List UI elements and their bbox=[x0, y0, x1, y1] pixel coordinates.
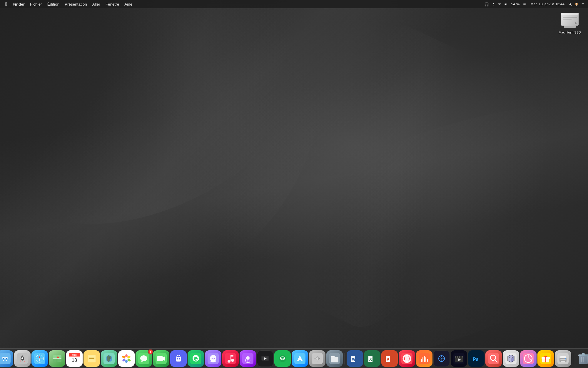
svg-rect-147 bbox=[560, 356, 566, 358]
headphones-icon[interactable]: 🎧 bbox=[484, 1, 489, 7]
volume-icon[interactable] bbox=[503, 1, 509, 7]
svg-point-8 bbox=[576, 3, 577, 4]
dock-item-maps[interactable] bbox=[49, 350, 65, 367]
datetime[interactable]: Mar. 18 janv. à 16:44 bbox=[529, 1, 566, 7]
svg-text:W: W bbox=[352, 357, 356, 362]
dock-item-capo[interactable] bbox=[416, 350, 432, 367]
svg-rect-110 bbox=[425, 357, 426, 362]
dock-item-music[interactable] bbox=[222, 350, 239, 367]
spotlight-search-icon[interactable] bbox=[567, 1, 573, 7]
menubar-finder[interactable]: Finder bbox=[10, 1, 27, 7]
svg-point-61 bbox=[125, 357, 128, 360]
svg-point-18 bbox=[575, 22, 577, 24]
svg-point-24 bbox=[6, 358, 7, 359]
dock-item-safari[interactable] bbox=[31, 350, 48, 367]
menubar-aller[interactable]: Aller bbox=[90, 1, 103, 7]
menubar-aide[interactable]: Aide bbox=[122, 1, 135, 7]
svg-rect-19 bbox=[564, 26, 576, 28]
dock-item-finder[interactable] bbox=[0, 350, 13, 367]
svg-point-26 bbox=[21, 357, 23, 359]
dock-item-virtualbox[interactable] bbox=[503, 350, 519, 367]
battery-percentage: 94 % bbox=[510, 1, 521, 7]
svg-rect-155 bbox=[582, 353, 585, 355]
dock-item-discord[interactable] bbox=[170, 350, 187, 367]
notification-center-icon[interactable] bbox=[580, 1, 586, 7]
svg-rect-79 bbox=[230, 355, 233, 357]
dock-container: MAR 18 bbox=[0, 348, 588, 368]
svg-text:P: P bbox=[387, 357, 389, 362]
svg-point-76 bbox=[228, 360, 230, 363]
menubar-fichier[interactable]: Fichier bbox=[27, 1, 45, 7]
menubar-fenetre[interactable]: Fenêtre bbox=[103, 1, 122, 7]
svg-rect-96 bbox=[331, 357, 338, 362]
dock-item-spotify[interactable] bbox=[274, 350, 291, 367]
menubar:  Finder Fichier Édition Présentation Al… bbox=[0, 0, 588, 8]
svg-point-53 bbox=[109, 356, 111, 359]
menubar-presentation[interactable]: Présentation bbox=[62, 1, 90, 7]
dock-item-appletv[interactable] bbox=[257, 350, 273, 367]
dock-item-trash[interactable] bbox=[575, 350, 588, 367]
dock-separator-2 bbox=[573, 353, 573, 364]
dock-item-powerpoint[interactable]: P bbox=[381, 350, 398, 367]
dock-item-launchpad[interactable] bbox=[14, 350, 31, 367]
battery-icon bbox=[522, 1, 527, 7]
svg-text:18: 18 bbox=[72, 358, 77, 363]
svg-text:MAR: MAR bbox=[72, 354, 77, 356]
svg-point-105 bbox=[405, 355, 409, 362]
macintosh-ssd-icon[interactable]: Macintosh SSD bbox=[557, 9, 582, 35]
svg-point-81 bbox=[246, 356, 250, 360]
dock-separator bbox=[345, 353, 345, 364]
dock-item-claquette[interactable] bbox=[451, 350, 467, 367]
dock-item-excel[interactable]: X bbox=[364, 350, 380, 367]
dock-item-worldmap[interactable] bbox=[101, 350, 117, 367]
user-avatar[interactable] bbox=[574, 1, 579, 7]
svg-rect-15 bbox=[561, 13, 579, 15]
svg-point-69 bbox=[177, 358, 178, 359]
dock-item-systemprefs[interactable] bbox=[309, 350, 325, 367]
svg-rect-107 bbox=[421, 359, 422, 362]
svg-point-94 bbox=[316, 357, 318, 360]
drive-icon-graphic bbox=[559, 10, 580, 29]
svg-rect-122 bbox=[458, 356, 459, 358]
dock-item-arc[interactable] bbox=[520, 350, 537, 367]
dock-item-messages[interactable]: 1 bbox=[136, 350, 152, 367]
dock-item-stickies[interactable] bbox=[83, 350, 100, 367]
svg-rect-66 bbox=[157, 356, 163, 361]
svg-rect-111 bbox=[427, 359, 428, 362]
dock-item-instastats[interactable] bbox=[537, 350, 554, 367]
svg-rect-121 bbox=[456, 356, 457, 358]
svg-rect-108 bbox=[422, 357, 423, 362]
desktop bbox=[0, 0, 588, 368]
dock-item-printer[interactable] bbox=[555, 350, 571, 367]
dock-item-calendar[interactable]: MAR 18 bbox=[66, 350, 83, 367]
bluetooth-icon[interactable] bbox=[490, 1, 496, 7]
menubar-edition[interactable]: Édition bbox=[45, 1, 62, 7]
dock-item-darkapp[interactable] bbox=[433, 350, 450, 367]
svg-point-115 bbox=[441, 358, 442, 359]
dock-item-whatsapp[interactable] bbox=[188, 350, 204, 367]
dock-item-finder2[interactable] bbox=[326, 350, 343, 367]
dock-item-opera[interactable] bbox=[399, 350, 415, 367]
svg-rect-4 bbox=[524, 4, 526, 4]
svg-rect-109 bbox=[424, 356, 425, 362]
apple-menu[interactable]:  bbox=[2, 1, 10, 7]
dock-item-appstore[interactable] bbox=[292, 350, 308, 367]
svg-rect-3 bbox=[526, 4, 526, 4]
dock-item-photoshop[interactable]: Ps bbox=[468, 350, 485, 367]
svg-point-70 bbox=[179, 358, 180, 359]
dock-item-podcasts[interactable] bbox=[240, 350, 256, 367]
svg-rect-17 bbox=[563, 19, 572, 20]
svg-rect-146 bbox=[560, 359, 566, 360]
wifi-icon[interactable] bbox=[497, 1, 502, 7]
drive-label: Macintosh SSD bbox=[559, 31, 581, 34]
dock-item-loupe[interactable] bbox=[485, 350, 502, 367]
dock: MAR 18 bbox=[0, 348, 588, 368]
svg-point-0 bbox=[499, 5, 500, 5]
svg-point-38 bbox=[57, 357, 59, 358]
dock-item-photos[interactable] bbox=[118, 350, 135, 367]
svg-marker-1 bbox=[505, 3, 506, 5]
dock-item-word[interactable]: W bbox=[347, 350, 363, 367]
dock-item-imessage2[interactable] bbox=[205, 350, 221, 367]
dock-item-facetime[interactable] bbox=[153, 350, 169, 367]
svg-text:Ps: Ps bbox=[473, 357, 479, 362]
